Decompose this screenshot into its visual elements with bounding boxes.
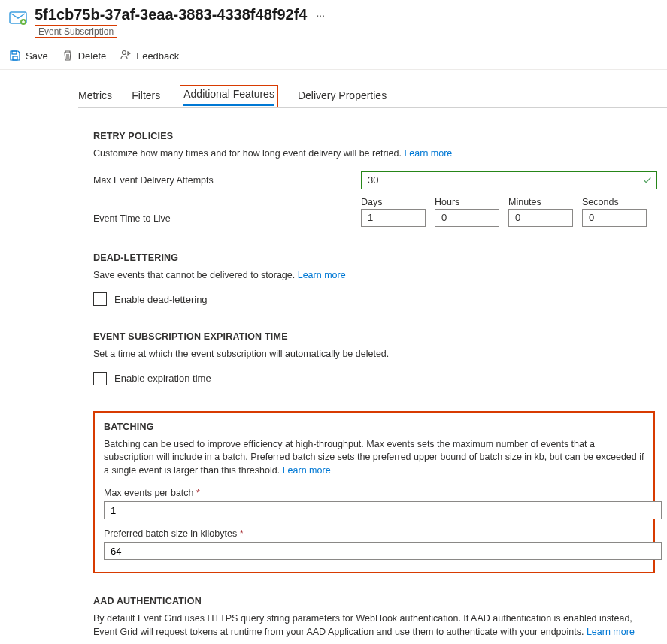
required-marker: * bbox=[196, 488, 200, 498]
retry-desc: Customize how many times and for how lon… bbox=[93, 148, 402, 159]
deadletter-desc: Save events that cannot be delivered to … bbox=[93, 270, 295, 280]
max-attempts-input[interactable] bbox=[361, 171, 657, 189]
event-subscription-icon bbox=[9, 9, 27, 27]
batching-title: BATCHING bbox=[104, 422, 644, 432]
expiration-checkbox[interactable] bbox=[93, 372, 107, 385]
pref-size-label: Preferred batch size in kilobytes bbox=[104, 528, 237, 539]
svg-rect-3 bbox=[13, 56, 17, 60]
page-title: 5f1cb75b-37af-3eaa-3883-4338f48f92f4 bbox=[35, 6, 307, 23]
tab-additional-label: Additional Features bbox=[183, 88, 274, 106]
required-marker: * bbox=[240, 528, 244, 539]
deadletter-title: DEAD-LETTERING bbox=[93, 252, 655, 263]
aad-title: AAD AUTHENTICATION bbox=[93, 596, 655, 606]
max-events-input[interactable] bbox=[104, 501, 662, 519]
tabs: Metrics Filters Additional Features Deli… bbox=[78, 85, 667, 108]
max-attempts-label: Max Event Delivery Attempts bbox=[93, 175, 361, 186]
feedback-button[interactable]: Feedback bbox=[120, 50, 179, 62]
retry-learn-more[interactable]: Learn more bbox=[404, 148, 452, 159]
seconds-input[interactable] bbox=[582, 209, 647, 227]
batching-learn-more[interactable]: Learn more bbox=[283, 465, 331, 476]
days-input[interactable] bbox=[361, 209, 426, 227]
resource-type-label: Event Subscription bbox=[38, 26, 114, 37]
retry-title: RETRY POLICIES bbox=[93, 131, 655, 141]
seconds-label: Seconds bbox=[582, 197, 647, 207]
save-icon bbox=[9, 50, 21, 62]
deadletter-checkbox[interactable] bbox=[93, 292, 107, 306]
batching-desc: Batching can be used to improve efficien… bbox=[104, 439, 644, 476]
max-events-label: Max events per batch bbox=[104, 488, 194, 498]
save-button[interactable]: Save bbox=[9, 50, 48, 62]
hours-input[interactable] bbox=[435, 209, 499, 227]
feedback-icon bbox=[120, 50, 132, 62]
tab-metrics[interactable]: Metrics bbox=[78, 85, 112, 107]
deadletter-checkbox-label: Enable dead-lettering bbox=[114, 294, 208, 305]
more-actions[interactable]: ··· bbox=[316, 9, 325, 21]
valid-check-icon bbox=[642, 175, 653, 186]
minutes-input[interactable] bbox=[508, 209, 573, 227]
feedback-label: Feedback bbox=[136, 50, 179, 62]
aad-desc: By default Event Grid uses HTTPS query s… bbox=[93, 613, 632, 637]
hours-label: Hours bbox=[435, 197, 499, 207]
delete-icon bbox=[62, 50, 74, 62]
svg-point-4 bbox=[123, 51, 126, 55]
ttl-label: Event Time to Live bbox=[93, 213, 361, 227]
expiration-desc: Set a time at which the event subscripti… bbox=[93, 348, 655, 361]
expiration-title: EVENT SUBSCRIPTION EXPIRATION TIME bbox=[93, 331, 655, 342]
delete-label: Delete bbox=[78, 50, 107, 62]
tab-filters[interactable]: Filters bbox=[132, 85, 160, 107]
days-label: Days bbox=[361, 197, 426, 207]
expiration-checkbox-label: Enable expiration time bbox=[114, 373, 211, 384]
minutes-label: Minutes bbox=[508, 197, 573, 207]
svg-rect-2 bbox=[12, 51, 17, 54]
deadletter-learn-more[interactable]: Learn more bbox=[298, 270, 346, 280]
save-label: Save bbox=[26, 50, 48, 62]
tab-delivery-properties[interactable]: Delivery Properties bbox=[298, 85, 387, 107]
pref-size-input[interactable] bbox=[104, 542, 662, 560]
tab-additional-features[interactable]: Additional Features bbox=[180, 85, 278, 107]
delete-button[interactable]: Delete bbox=[62, 50, 107, 62]
aad-learn-more[interactable]: Learn more bbox=[587, 627, 635, 637]
